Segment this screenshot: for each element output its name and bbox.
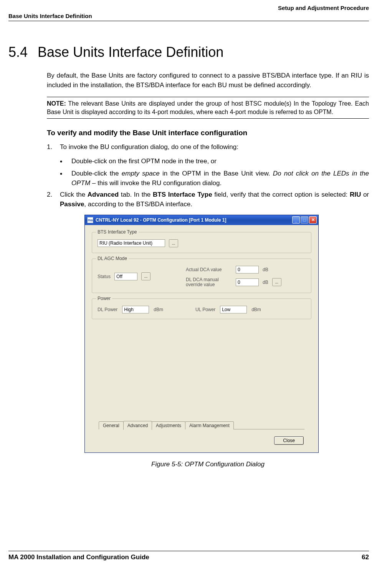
actual-dca-input[interactable] xyxy=(236,266,259,273)
step-1-bullet-2: • Double-click the empty space in the OP… xyxy=(60,169,369,188)
step-1-number: 1. xyxy=(47,143,60,152)
agc-status-label: Status xyxy=(98,274,111,279)
step-1-bullet-1-text: Double-click on the first OPTM node in t… xyxy=(71,157,369,167)
text: , according to the BTS/BDA interface. xyxy=(84,201,192,208)
note-label: NOTE: xyxy=(47,100,66,107)
note-box: NOTE: The relevant Base Units are displa… xyxy=(47,97,369,119)
bts-group-label: BTS Interface Type xyxy=(96,229,139,235)
step-2-text: Click the Advanced tab. In the BTS Inter… xyxy=(60,190,369,209)
tab-advanced[interactable]: Advanced xyxy=(123,421,152,430)
dl-agc-group-label: DL AGC Mode xyxy=(96,256,129,261)
step-1-bullet-2-text: Double-click the empty space in the OPTM… xyxy=(71,169,369,188)
dialog-tabs: General Advanced Adjustments Alarm Manag… xyxy=(99,421,233,429)
section-header: 5.4 Base Units Interface Definition xyxy=(8,44,369,60)
text-italic: empty space xyxy=(122,170,160,177)
close-button[interactable]: Close xyxy=(274,436,304,445)
text-bold: Passive xyxy=(60,201,84,208)
step-2: 2. Click the Advanced tab. In the BTS In… xyxy=(47,190,369,209)
text: tab. In the xyxy=(119,191,153,198)
close-icon[interactable]: ✕ xyxy=(309,216,317,224)
header-section: Base Units Interface Definition xyxy=(8,13,369,19)
text-bold: Advanced xyxy=(88,191,119,198)
footer-rule xyxy=(8,551,369,551)
ul-power-label: UL Power xyxy=(195,307,215,312)
agc-status-button[interactable]: ... xyxy=(141,272,151,280)
note-text: The relevant Base Units are displayed un… xyxy=(47,100,369,115)
dialog-titlebar[interactable]: ma CNTRL-NY Local 92 - OPTM Configuratio… xyxy=(85,215,318,225)
section-number: 5.4 xyxy=(8,44,28,60)
tab-general[interactable]: General xyxy=(99,421,124,429)
power-group-label: Power xyxy=(96,296,112,301)
text: in the OPTM in the Base Unit view. xyxy=(160,170,273,177)
tab-alarm-management[interactable]: Alarm Management xyxy=(185,421,234,429)
header-rule xyxy=(8,21,369,21)
step-2-number: 2. xyxy=(47,190,60,209)
bts-interface-input[interactable] xyxy=(98,239,165,247)
text: – this will invoke the RU configuration … xyxy=(90,179,222,187)
app-icon: ma xyxy=(87,217,93,223)
procedure-heading: To verify and modify the Base Unit inter… xyxy=(47,129,369,137)
text: Double-click the xyxy=(71,170,122,177)
manual-dca-label: DL DCA manual override value xyxy=(186,277,232,287)
dl-power-label: DL Power xyxy=(98,307,117,312)
tab-adjustments[interactable]: Adjustments xyxy=(152,421,185,429)
actual-dca-label: Actual DCA value xyxy=(186,267,232,272)
dl-power-unit: dBm xyxy=(154,307,163,312)
bts-interface-group: BTS Interface Type ... xyxy=(92,232,311,253)
step-1-text: To invoke the BU configuration dialog, d… xyxy=(60,143,369,152)
figure-caption: Figure 5-5: OPTM Configuration Dialog xyxy=(47,461,369,468)
agc-status-input[interactable] xyxy=(114,273,137,280)
ul-power-input[interactable] xyxy=(220,306,247,313)
manual-dca-button[interactable]: ... xyxy=(272,278,281,286)
bts-interface-browse-button[interactable]: ... xyxy=(169,239,178,247)
footer-doc-title: MA 2000 Installation and Configuration G… xyxy=(8,553,149,561)
step-1: 1. To invoke the BU configuration dialog… xyxy=(47,143,369,152)
section-title: Base Units Interface Definition xyxy=(38,44,223,60)
manual-dca-input[interactable] xyxy=(236,278,259,286)
text: field, verify that the correct option is… xyxy=(212,191,350,198)
bullet-icon: • xyxy=(60,157,71,167)
text-bold: BTS Interface Type xyxy=(153,191,212,198)
text-bold: RIU xyxy=(350,191,361,198)
step-1-bullet-1: • Double-click on the first OPTM node in… xyxy=(60,157,369,167)
text: or xyxy=(361,191,369,198)
page-footer: MA 2000 Installation and Configuration G… xyxy=(8,551,369,561)
header-chapter: Setup and Adjustment Procedure xyxy=(8,5,369,11)
actual-dca-unit: dB xyxy=(263,267,268,272)
manual-dca-unit: dB xyxy=(263,280,268,285)
bullet-icon: • xyxy=(60,169,71,188)
optm-config-dialog: ma CNTRL-NY Local 92 - OPTM Configuratio… xyxy=(84,215,319,453)
dialog-title: CNTRL-NY Local 92 - OPTM Configuration [… xyxy=(96,217,292,223)
dl-power-input[interactable] xyxy=(122,306,149,313)
minimize-icon[interactable]: _ xyxy=(292,216,300,224)
power-group: Power DL Power dBm UL Power dBm xyxy=(92,298,311,319)
dl-agc-group: DL AGC Mode Status ... Actual DCA value … xyxy=(92,259,311,293)
intro-paragraph: By default, the Base Units are factory c… xyxy=(47,71,369,90)
maximize-icon[interactable]: □ xyxy=(301,216,308,224)
page-number: 62 xyxy=(362,553,369,561)
text: Click the xyxy=(60,191,88,198)
ul-power-unit: dBm xyxy=(251,307,261,312)
